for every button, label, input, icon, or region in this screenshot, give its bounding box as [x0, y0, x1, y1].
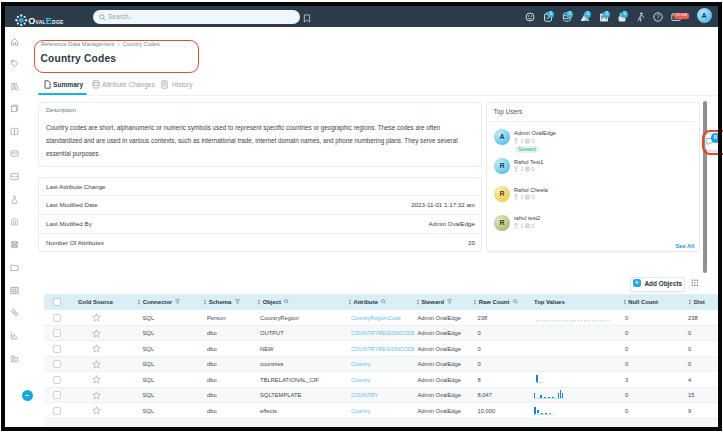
svg-text:1: 1 [521, 194, 524, 200]
svg-text:1: 1 [521, 138, 524, 144]
svg-text:0: 0 [532, 194, 535, 200]
svg-text:0: 0 [532, 138, 535, 144]
svg-text:0: 0 [532, 166, 535, 172]
svg-text:?: ? [656, 13, 660, 20]
svg-text:0: 0 [532, 223, 535, 229]
svg-text:1: 1 [521, 223, 524, 229]
svg-text:1: 1 [521, 166, 524, 172]
